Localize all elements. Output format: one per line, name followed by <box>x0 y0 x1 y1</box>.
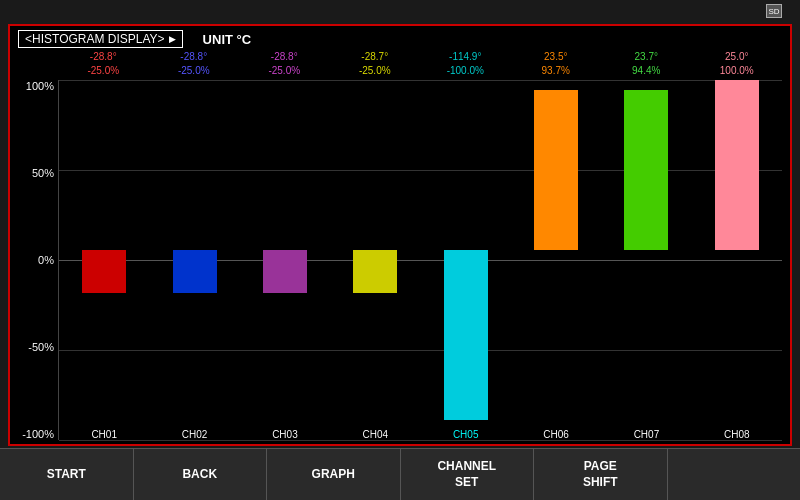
bar-ch08 <box>715 80 759 250</box>
status-right: SD <box>758 4 790 18</box>
toolbar-btn-channel-set[interactable]: CHANNEL SET <box>401 449 535 500</box>
bar-ch04 <box>353 250 397 293</box>
toolbar: STARTBACKGRAPHCHANNEL SETPAGE SHIFT <box>0 448 800 500</box>
status-bar: SD <box>0 0 800 22</box>
channel-values: -28.8°-25.0%-28.8°-25.0%-28.8°-25.0%-28.… <box>18 50 782 78</box>
bars-wrapper: CH01CH02CH03CH04CH05CH06CH07CH08 <box>59 80 782 420</box>
y-axis-label: 100% <box>22 80 54 92</box>
chart-body: 100%50%0%-50%-100% CH01CH02CH03CH04CH05C… <box>18 80 782 440</box>
channel-value-ch05: -114.9°-100.0% <box>420 50 511 78</box>
y-axis-label: 50% <box>22 167 54 179</box>
bar-ch05 <box>444 250 488 420</box>
chart-container: <HISTOGRAM DISPLAY> UNIT °C -28.8°-25.0%… <box>8 24 792 446</box>
bar-col-ch05: CH05 <box>421 80 511 420</box>
channel-value-ch07: 23.7°94.4% <box>601 50 692 78</box>
bar-ch03 <box>263 250 307 293</box>
chart-header: <HISTOGRAM DISPLAY> UNIT °C <box>18 30 782 48</box>
bar-ch01 <box>82 250 126 293</box>
channel-label-ch08: CH08 <box>692 429 782 440</box>
channel-value-ch06: 23.5°93.7% <box>511 50 602 78</box>
channel-value-ch03: -28.8°-25.0% <box>239 50 330 78</box>
histogram-title: <HISTOGRAM DISPLAY> <box>18 30 183 48</box>
channel-value-ch08: 25.0°100.0% <box>692 50 783 78</box>
bar-col-ch02: CH02 <box>149 80 239 420</box>
bars-area: CH01CH02CH03CH04CH05CH06CH07CH08 <box>58 80 782 440</box>
channel-value-ch02: -28.8°-25.0% <box>149 50 240 78</box>
toolbar-btn-empty <box>668 449 801 500</box>
bar-col-ch04: CH04 <box>330 80 420 420</box>
toolbar-btn-graph[interactable]: GRAPH <box>267 449 401 500</box>
sd-icon: SD <box>766 4 782 18</box>
toolbar-btn-start[interactable]: START <box>0 449 134 500</box>
y-axis-label: -100% <box>22 428 54 440</box>
channel-label-ch03: CH03 <box>240 429 330 440</box>
toolbar-btn-page-shift[interactable]: PAGE SHIFT <box>534 449 668 500</box>
y-axis-label: 0% <box>22 254 54 266</box>
toolbar-btn-back[interactable]: BACK <box>134 449 268 500</box>
bar-col-ch08: CH08 <box>692 80 782 420</box>
unit-label: UNIT °C <box>203 32 252 47</box>
bar-col-ch07: CH07 <box>601 80 691 420</box>
bar-ch07 <box>624 90 668 250</box>
y-axis-label: -50% <box>22 341 54 353</box>
channel-value-ch04: -28.7°-25.0% <box>330 50 421 78</box>
channel-label-ch04: CH04 <box>330 429 420 440</box>
bar-ch02 <box>173 250 217 293</box>
grid-line <box>59 440 782 441</box>
bar-col-ch03: CH03 <box>240 80 330 420</box>
bar-col-ch06: CH06 <box>511 80 601 420</box>
channel-label-ch02: CH02 <box>149 429 239 440</box>
bar-ch06 <box>534 90 578 250</box>
channel-value-ch01: -28.8°-25.0% <box>58 50 149 78</box>
bar-col-ch01: CH01 <box>59 80 149 420</box>
channel-label-ch05: CH05 <box>421 429 511 440</box>
y-axis: 100%50%0%-50%-100% <box>18 80 58 440</box>
channel-label-ch07: CH07 <box>601 429 691 440</box>
channel-label-ch01: CH01 <box>59 429 149 440</box>
channel-label-ch06: CH06 <box>511 429 601 440</box>
